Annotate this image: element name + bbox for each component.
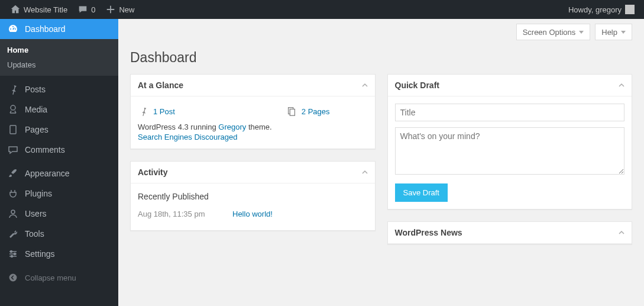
avatar (625, 5, 635, 14)
screen-options-label: Screen Options (523, 28, 576, 37)
sidebar-item-label: Pages (25, 125, 48, 134)
svg-point-2 (11, 210, 15, 214)
sidebar-item-label: Media (25, 105, 47, 114)
sidebar-item-tools[interactable]: Tools (0, 224, 118, 244)
wrench-icon (7, 228, 19, 240)
sidebar-item-media[interactable]: Media (0, 99, 118, 120)
wp-version-text: WordPress 4.3 running Gregory theme. (138, 123, 368, 131)
howdy-text: Howdy, gregory (568, 5, 622, 14)
pin-icon (138, 106, 148, 117)
theme-link[interactable]: Gregory (218, 123, 246, 131)
dashboard-icon (7, 23, 19, 35)
at-a-glance-box: At a Glance 1 Post (130, 74, 376, 149)
sidebar-item-comments[interactable]: Comments (0, 140, 118, 160)
sidebar-dashboard-label: Dashboard (25, 24, 66, 34)
glance-pages-label: 2 Pages (302, 107, 330, 116)
draft-title-input[interactable] (395, 104, 625, 121)
collapse-toggle-icon[interactable] (619, 230, 624, 236)
plus-icon (105, 4, 116, 15)
sidebar-item-posts[interactable]: Posts (0, 79, 118, 99)
glance-pages-link[interactable]: 2 Pages (286, 106, 330, 117)
sidebar-item-label: Posts (25, 85, 46, 94)
glance-posts-link[interactable]: 1 Post (138, 106, 175, 117)
search-engines-discouraged-link[interactable]: Search Engines Discouraged (138, 131, 368, 141)
new-link[interactable]: New (100, 0, 139, 19)
quick-draft-header[interactable]: Quick Draft (388, 75, 632, 96)
site-title: Website Title (24, 5, 67, 14)
at-a-glance-title: At a Glance (138, 80, 183, 90)
activity-title: Activity (138, 168, 168, 177)
brush-icon (7, 168, 19, 179)
sidebar-item-settings[interactable]: Settings (0, 244, 118, 264)
chevron-down-icon (621, 31, 626, 34)
pin-icon (7, 83, 19, 95)
comment-icon (7, 144, 19, 156)
sidebar-item-label: Tools (25, 229, 44, 239)
collapse-menu[interactable]: Collapse menu (0, 268, 118, 288)
sidebar-item-users[interactable]: Users (0, 204, 118, 224)
collapse-toggle-icon[interactable] (362, 169, 368, 175)
home-icon (9, 4, 21, 15)
activity-post-link[interactable]: Hello world! (232, 210, 273, 218)
collapse-toggle-icon[interactable] (619, 82, 624, 88)
collapse-toggle-icon[interactable] (362, 82, 368, 88)
activity-time: Aug 18th, 11:35 pm (138, 210, 232, 218)
help-label: Help (601, 28, 617, 37)
comment-icon (77, 4, 89, 15)
site-link[interactable]: Website Title (5, 0, 72, 19)
svg-rect-1 (10, 125, 16, 134)
comment-count: 0 (91, 5, 95, 14)
quick-draft-title: Quick Draft (395, 80, 439, 90)
sidebar-item-label: Appearance (25, 169, 70, 178)
svg-point-5 (11, 256, 13, 257)
activity-header[interactable]: Activity (131, 162, 375, 183)
plug-icon (7, 188, 19, 199)
quick-draft-box: Quick Draft Save Draft (387, 74, 633, 210)
collapse-label: Collapse menu (25, 273, 76, 282)
recently-published-heading: Recently Published (138, 191, 368, 205)
page-icon (7, 124, 19, 136)
media-icon (7, 104, 19, 115)
sidebar-item-label: Settings (25, 249, 55, 259)
sidebar-item-label: Users (25, 209, 47, 218)
at-a-glance-header[interactable]: At a Glance (131, 75, 375, 96)
help-button[interactable]: Help (595, 24, 632, 40)
wordpress-news-header[interactable]: WordPress News (388, 222, 632, 244)
comments-link[interactable]: 0 (72, 0, 100, 19)
collapse-icon (7, 272, 19, 284)
settings-icon (7, 248, 19, 260)
glance-posts-label: 1 Post (153, 107, 175, 116)
draft-content-textarea[interactable] (395, 127, 625, 175)
svg-point-6 (9, 274, 17, 282)
activity-box: Activity Recently Published Aug 18th, 11… (130, 161, 376, 231)
sidebar-item-dashboard[interactable]: Dashboard (0, 19, 118, 39)
wordpress-news-title: WordPress News (395, 228, 462, 237)
user-icon (7, 208, 19, 220)
sidebar-submenu-dashboard: Home Updates (0, 39, 118, 76)
sidebar-sub-updates[interactable]: Updates (0, 57, 118, 72)
sidebar-item-plugins[interactable]: Plugins (0, 183, 118, 204)
sidebar-item-appearance[interactable]: Appearance (0, 163, 118, 183)
new-label: New (119, 5, 134, 14)
sidebar-sub-home[interactable]: Home (0, 43, 118, 57)
save-draft-button[interactable]: Save Draft (395, 183, 448, 202)
page-icon (286, 106, 297, 117)
activity-row: Aug 18th, 11:35 pm Hello world! (138, 205, 368, 223)
sidebar-item-label: Plugins (25, 189, 52, 198)
page-title: Dashboard (130, 40, 632, 68)
svg-point-4 (14, 253, 16, 255)
svg-rect-8 (290, 109, 295, 115)
svg-point-3 (11, 251, 12, 253)
screen-options-button[interactable]: Screen Options (516, 24, 591, 40)
svg-point-0 (11, 105, 15, 110)
sidebar-item-pages[interactable]: Pages (0, 120, 118, 140)
chevron-down-icon (579, 31, 584, 34)
my-account[interactable]: Howdy, gregory (564, 0, 639, 19)
sidebar-item-label: Comments (25, 145, 65, 154)
wordpress-news-box: WordPress News (387, 221, 633, 244)
